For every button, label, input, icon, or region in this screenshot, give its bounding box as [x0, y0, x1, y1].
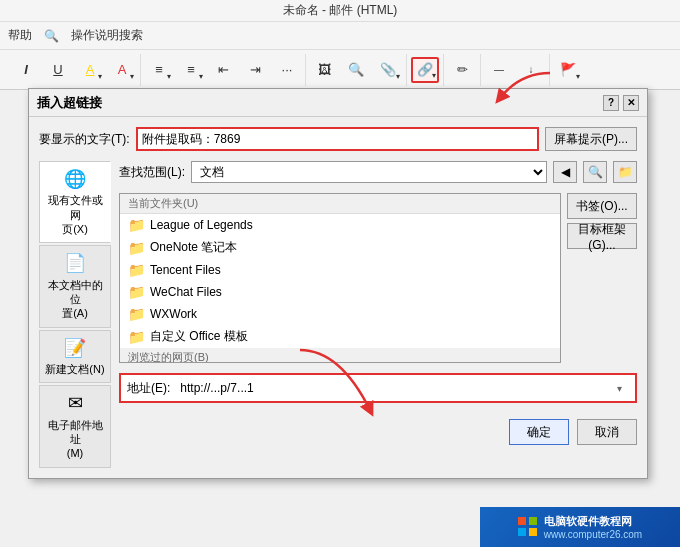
doc-place-icon: 📄	[64, 252, 86, 275]
numbering-button[interactable]: ≡	[177, 57, 205, 83]
browse-select[interactable]: 文档	[191, 161, 547, 183]
underline-button[interactable]: U	[44, 57, 72, 83]
dialog-help-button[interactable]: ?	[603, 95, 619, 111]
nav-web-file[interactable]: 🌐 现有文件或网页(X)	[39, 161, 111, 243]
browse-row: 查找范围(L): 文档 ◀ 🔍 📁	[119, 161, 637, 183]
folder-icon: 📁	[128, 217, 144, 233]
file-name: 自定义 Office 模板	[150, 328, 248, 345]
banner-text: 电脑软硬件教程网	[544, 514, 642, 529]
nav-doc-label: 本文档中的位置(A)	[44, 278, 106, 321]
banner-content: 电脑软硬件教程网 www.computer26.com	[544, 514, 642, 540]
nav-email[interactable]: ✉ 电子邮件地址(M)	[39, 385, 111, 467]
insert-hyperlink-dialog: 插入超链接 ? ✕ 要显示的文字(T): 屏幕提示(P)... 🌐 现有文件或网…	[28, 88, 648, 479]
display-text-label: 要显示的文字(T):	[39, 131, 130, 148]
list-item[interactable]: 📁 WeChat Files	[120, 281, 560, 303]
file-name: League of Legends	[150, 218, 253, 232]
file-name: WeChat Files	[150, 285, 222, 299]
search-label[interactable]: 操作说明搜索	[71, 27, 143, 44]
dialog-footer: 确定 取消	[119, 419, 637, 445]
current-folder-label: 当前文件夹(U)	[120, 194, 560, 214]
flag-group: 🚩	[550, 54, 586, 86]
folder-icon: 📁	[128, 240, 144, 256]
display-text-input[interactable]	[136, 127, 539, 151]
file-list: 当前文件夹(U) 📁 League of Legends 📁 OneNote 笔…	[119, 193, 561, 363]
bullets-button[interactable]: ≡	[145, 57, 173, 83]
browsed-pages-label: 浏览过的网页(B)	[120, 348, 560, 363]
win-green	[529, 517, 537, 525]
nav-web-label: 现有文件或网页(X)	[44, 193, 106, 236]
win-blue	[518, 528, 526, 536]
list-item[interactable]: 📁 WXWork	[120, 303, 560, 325]
increase-indent-button[interactable]: ⇥	[241, 57, 269, 83]
nav-sidebar: 🌐 现有文件或网页(X) 📄 本文档中的位置(A) 📝 新建文档(N) ✉ 电子…	[39, 161, 111, 468]
browse-search-button[interactable]: 🔍	[583, 161, 607, 183]
menu-help[interactable]: 帮助	[8, 27, 32, 44]
win-yellow	[529, 528, 537, 536]
cancel-button[interactable]: 取消	[577, 419, 637, 445]
address-row: 地址(E): ▾	[119, 373, 637, 403]
more-button[interactable]: ···	[273, 57, 301, 83]
new-doc-icon: 📝	[64, 337, 86, 360]
dialog-main: 🌐 现有文件或网页(X) 📄 本文档中的位置(A) 📝 新建文档(N) ✉ 电子…	[39, 161, 637, 468]
line2-button[interactable]: ↓	[517, 57, 545, 83]
win-red	[518, 517, 526, 525]
folder-icon: 📁	[128, 329, 144, 345]
fontcolor-button[interactable]: A	[108, 57, 136, 83]
screen-tip-button[interactable]: 屏幕提示(P)...	[545, 127, 637, 151]
browse-folder-button[interactable]: 📁	[613, 161, 637, 183]
list-item[interactable]: 📁 OneNote 笔记本	[120, 236, 560, 259]
nav-email-label: 电子邮件地址(M)	[44, 418, 106, 461]
address-label: 地址(E):	[123, 380, 170, 397]
title-bar: 未命名 - 邮件 (HTML)	[0, 0, 680, 22]
picture-button[interactable]: 🖼	[310, 57, 338, 83]
folder-icon: 📁	[128, 284, 144, 300]
list-item[interactable]: 📁 自定义 Office 模板	[120, 325, 560, 348]
attachment-button[interactable]: 📎	[374, 57, 402, 83]
side-buttons: 书签(O)... 目标框架(G)...	[567, 193, 637, 363]
highlight-button[interactable]: A	[76, 57, 104, 83]
dialog-title-bar: 插入超链接 ? ✕	[29, 89, 647, 117]
target-frame-button[interactable]: 目标框架(G)...	[567, 223, 637, 249]
line1-button[interactable]: —	[485, 57, 513, 83]
flag-button[interactable]: 🚩	[554, 57, 582, 83]
folder-icon: 📁	[128, 306, 144, 322]
dialog-close-button[interactable]: ✕	[623, 95, 639, 111]
folder-icon: 📁	[128, 262, 144, 278]
bottom-banner: 电脑软硬件教程网 www.computer26.com	[480, 507, 680, 547]
file-area: 当前文件夹(U) 📁 League of Legends 📁 OneNote 笔…	[119, 193, 637, 363]
list-item[interactable]: 📁 League of Legends	[120, 214, 560, 236]
nav-doc-place[interactable]: 📄 本文档中的位置(A)	[39, 245, 111, 327]
edit-group: ✏	[444, 54, 481, 86]
decrease-indent-button[interactable]: ⇤	[209, 57, 237, 83]
address-input[interactable]	[176, 377, 611, 399]
insert-group: 🖼 🔍 📎	[306, 54, 407, 86]
lines-group: — ↓	[481, 54, 550, 86]
edit-button[interactable]: ✏	[448, 57, 476, 83]
banner-site: www.computer26.com	[544, 529, 642, 540]
browse-back-button[interactable]: ◀	[553, 161, 577, 183]
dialog-body: 要显示的文字(T): 屏幕提示(P)... 🌐 现有文件或网页(X) 📄 本文档…	[29, 117, 647, 478]
display-text-row: 要显示的文字(T): 屏幕提示(P)...	[39, 127, 637, 151]
ok-button[interactable]: 确定	[509, 419, 569, 445]
italic-button[interactable]: I	[12, 57, 40, 83]
bookmark-button[interactable]: 书签(O)...	[567, 193, 637, 219]
list-group: ≡ ≡ ⇤ ⇥ ···	[141, 54, 306, 86]
search-button[interactable]: 🔍	[342, 57, 370, 83]
address-dropdown-icon[interactable]: ▾	[617, 383, 633, 394]
file-name: Tencent Files	[150, 263, 221, 277]
windows-logo	[518, 517, 538, 537]
hyperlink-button[interactable]: 🔗	[411, 57, 439, 83]
list-item[interactable]: 📁 Tencent Files	[120, 259, 560, 281]
nav-new-label: 新建文档(N)	[45, 362, 104, 376]
email-icon: ✉	[68, 392, 83, 415]
right-panel: 查找范围(L): 文档 ◀ 🔍 📁 当前文件夹(U) 📁	[119, 161, 637, 468]
file-name: OneNote 笔记本	[150, 239, 237, 256]
dialog-title-text: 插入超链接	[37, 94, 603, 112]
web-icon: 🌐	[64, 168, 86, 191]
menu-bar: 帮助 🔍 操作说明搜索	[0, 22, 680, 50]
dialog-controls: ? ✕	[603, 95, 639, 111]
nav-new-doc[interactable]: 📝 新建文档(N)	[39, 330, 111, 384]
toolbar: I U A A ≡ ≡ ⇤ ⇥ ··· 🖼 🔍 📎 🔗 ✏ — ↓ 🚩	[0, 50, 680, 90]
file-name: WXWork	[150, 307, 197, 321]
search-icon: 🔍	[44, 29, 59, 43]
